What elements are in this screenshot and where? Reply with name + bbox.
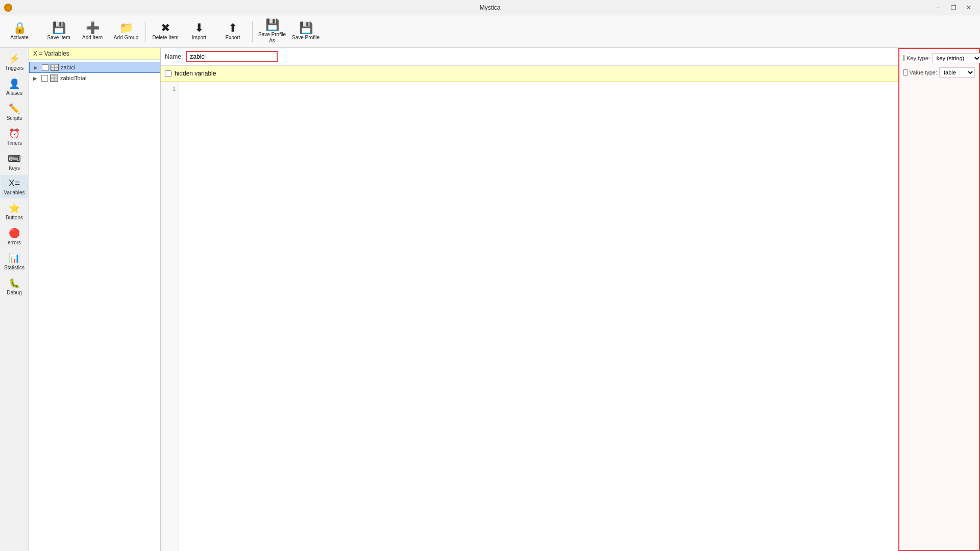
key-type-select[interactable]: key (string)key (number)key (boolean)	[932, 53, 980, 63]
toolbar-btn-import[interactable]: ⬇Import	[183, 17, 215, 46]
errors-icon: 🔴	[9, 228, 20, 239]
value-type-checkbox[interactable]	[903, 69, 908, 76]
activate-label: Activate	[10, 35, 29, 41]
title-bar-controls: – ❐ ✕	[931, 2, 976, 13]
buttons-sidebar-label: Buttons	[6, 215, 23, 220]
hidden-var-row: hidden variable	[161, 66, 898, 82]
statistics-sidebar-label: Statistics	[4, 265, 24, 270]
tree-item-label-zabiciTotal: zabiciTotal	[60, 75, 86, 81]
scripts-icon: ✏️	[9, 103, 20, 114]
right-panel: Key type: key (string)key (number)key (b…	[898, 48, 980, 551]
line-number-1: 1	[161, 84, 179, 94]
key-type-checkbox[interactable]	[903, 55, 904, 61]
scripts-sidebar-label: Scripts	[7, 115, 22, 121]
toolbar-btn-save-profile[interactable]: 💾Save Profile	[289, 17, 322, 46]
app-icon	[4, 4, 12, 12]
keys-sidebar-label: Keys	[9, 165, 20, 171]
main-layout: ⚡Triggers👤Aliases✏️Scripts⏰Timers⌨KeysX=…	[0, 48, 980, 551]
close-button[interactable]: ✕	[962, 2, 976, 13]
variables-sidebar-label: Variables	[4, 190, 25, 195]
add-group-icon: 📁	[119, 22, 133, 34]
activate-icon: 🔒	[13, 22, 27, 34]
table-icon-zabici	[51, 64, 59, 71]
save-item-label: Save Item	[47, 35, 70, 41]
tree-panel: X = Variables ▶ zabici ▶ zabiciTotal	[29, 48, 161, 551]
key-type-label: Key type:	[906, 55, 930, 61]
title-bar-left	[4, 4, 12, 12]
tree-header: X = Variables	[29, 48, 160, 60]
tree-item-zabiciTotal[interactable]: ▶ zabiciTotal	[29, 73, 160, 83]
errors-sidebar-label: errors	[8, 240, 21, 245]
tree-content: ▶ zabici ▶ zabiciTotal	[29, 60, 160, 551]
export-label: Export	[226, 35, 240, 41]
buttons-icon: ⭐	[9, 203, 20, 214]
checkbox-zabici[interactable]	[42, 64, 48, 71]
save-profile-label: Save Profile	[292, 35, 320, 41]
debug-sidebar-label: Debug	[7, 290, 21, 295]
hidden-variable-checkbox[interactable]	[165, 70, 172, 77]
sidebar-item-scripts[interactable]: ✏️Scripts	[1, 100, 28, 124]
import-icon: ⬇	[194, 22, 204, 34]
table-icon-zabiciTotal	[50, 74, 58, 82]
sidebar-item-debug[interactable]: 🐛Debug	[1, 274, 28, 298]
sidebar-item-statistics[interactable]: 📊Statistics	[1, 249, 28, 273]
minimize-button[interactable]: –	[931, 2, 945, 13]
sidebar-item-timers[interactable]: ⏰Timers	[1, 125, 28, 149]
aliases-icon: 👤	[9, 78, 20, 89]
save-profile-as-label: Save Profile As	[256, 32, 288, 44]
value-type-select[interactable]: tablestringnumberboolean	[939, 67, 975, 78]
triggers-icon: ⚡	[9, 53, 20, 64]
toolbar-separator	[145, 21, 146, 42]
toolbar-btn-add-item[interactable]: ➕Add Item	[76, 17, 109, 46]
export-icon: ⬆	[228, 22, 237, 34]
toolbar-btn-save-profile-as[interactable]: 💾Save Profile As	[256, 17, 288, 46]
value-type-row: Value type: tablestringnumberboolean	[903, 67, 975, 78]
sidebar-item-errors[interactable]: 🔴errors	[1, 224, 28, 248]
save-item-icon: 💾	[52, 22, 66, 34]
toolbar-btn-delete-item[interactable]: ✖Delete Item	[149, 17, 182, 46]
toolbar-btn-add-group[interactable]: 📁Add Group	[110, 17, 142, 46]
sidebar-item-aliases[interactable]: 👤Aliases	[1, 75, 28, 99]
save-profile-as-icon: 💾	[265, 19, 279, 31]
toolbar-separator	[252, 21, 253, 42]
title-bar: Mystica – ❐ ✕	[0, 0, 980, 15]
add-group-label: Add Group	[114, 35, 138, 41]
editor-panel: Name: hidden variable 1	[161, 48, 898, 551]
toolbar: 🔒Activate💾Save Item➕Add Item📁Add Group✖D…	[0, 15, 980, 48]
editor-body: 1	[161, 82, 898, 551]
name-label: Name:	[165, 53, 183, 60]
timers-sidebar-label: Timers	[7, 140, 22, 146]
hidden-variable-label: hidden variable	[175, 70, 216, 77]
content-area: X = Variables ▶ zabici ▶ zabiciTotal Nam…	[29, 48, 980, 551]
sidebar-item-variables[interactable]: X=Variables	[1, 175, 28, 198]
sidebar-item-triggers[interactable]: ⚡Triggers	[1, 50, 28, 74]
value-type-label: Value type:	[910, 69, 937, 76]
sidebar-item-buttons[interactable]: ⭐Buttons	[1, 199, 28, 223]
delete-item-label: Delete Item	[152, 35, 178, 41]
editor-content[interactable]	[179, 82, 898, 551]
add-item-icon: ➕	[86, 22, 100, 34]
sidebar-item-keys[interactable]: ⌨Keys	[1, 150, 28, 174]
statistics-icon: 📊	[9, 253, 20, 264]
tree-item-zabici[interactable]: ▶ zabici	[29, 62, 160, 73]
save-profile-icon: 💾	[299, 22, 313, 34]
app-title: Mystica	[480, 4, 501, 11]
expand-icon-zabiciTotal[interactable]: ▶	[33, 76, 39, 81]
key-type-row: Key type: key (string)key (number)key (b…	[903, 53, 975, 63]
toolbar-btn-export[interactable]: ⬆Export	[216, 17, 249, 46]
toolbar-btn-activate[interactable]: 🔒Activate	[3, 17, 36, 46]
import-label: Import	[192, 35, 206, 41]
add-item-label: Add Item	[82, 35, 103, 41]
line-number-gutter: 1	[161, 82, 179, 551]
name-input[interactable]	[186, 51, 278, 62]
triggers-sidebar-label: Triggers	[5, 65, 23, 71]
toolbar-btn-save-item[interactable]: 💾Save Item	[42, 17, 75, 46]
aliases-sidebar-label: Aliases	[6, 90, 22, 96]
timers-icon: ⏰	[9, 128, 20, 139]
toolbar-separator	[39, 21, 39, 42]
restore-button[interactable]: ❐	[946, 2, 961, 13]
tree-item-label-zabici: zabici	[61, 64, 75, 70]
checkbox-zabiciTotal[interactable]	[41, 75, 48, 82]
editor-name-row: Name:	[161, 48, 898, 66]
expand-icon-zabici[interactable]: ▶	[34, 65, 40, 70]
